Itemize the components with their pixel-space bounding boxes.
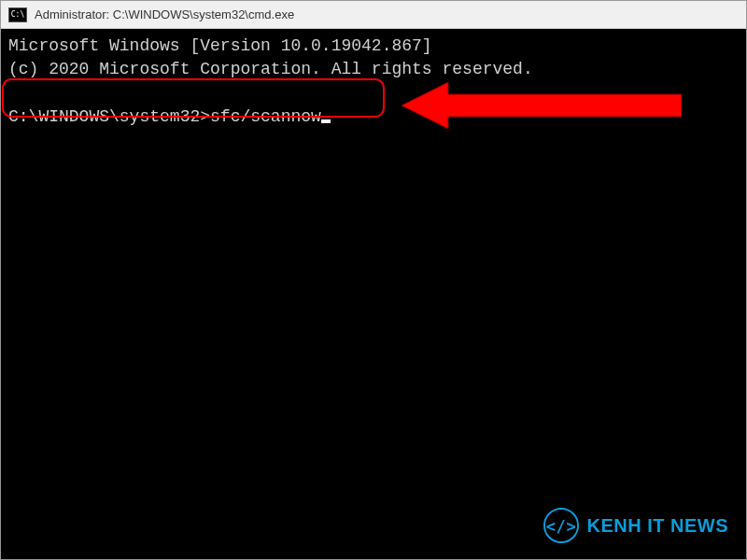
copyright-line: (c) 2020 Microsoft Corporation. All righ… [8, 58, 739, 81]
window-title: Administrator: C:\WINDOWS\system32\cmd.e… [35, 7, 294, 21]
titlebar[interactable]: C:\ Administrator: C:\WINDOWS\system32\c… [1, 1, 746, 29]
version-line: Microsoft Windows [Version 10.0.19042.86… [8, 35, 739, 58]
command-text: sfc/scannow [210, 107, 321, 126]
cmd-icon-text: C:\ [11, 10, 24, 19]
watermark: </> KENH IT NEWS [543, 508, 728, 543]
svg-text:</>: </> [546, 517, 576, 536]
watermark-logo-icon: </> [543, 508, 579, 543]
prompt-text: C:\WINDOWS\system32> [8, 107, 210, 126]
watermark-text: KENH IT NEWS [586, 515, 728, 537]
cmd-icon: C:\ [8, 7, 27, 22]
cursor [321, 119, 331, 123]
terminal-area[interactable]: Microsoft Windows [Version 10.0.19042.86… [1, 29, 746, 559]
blank-line [8, 81, 739, 105]
prompt-line: C:\WINDOWS\system32>sfc/scannow [8, 105, 739, 129]
cmd-window: C:\ Administrator: C:\WINDOWS\system32\c… [0, 0, 747, 560]
